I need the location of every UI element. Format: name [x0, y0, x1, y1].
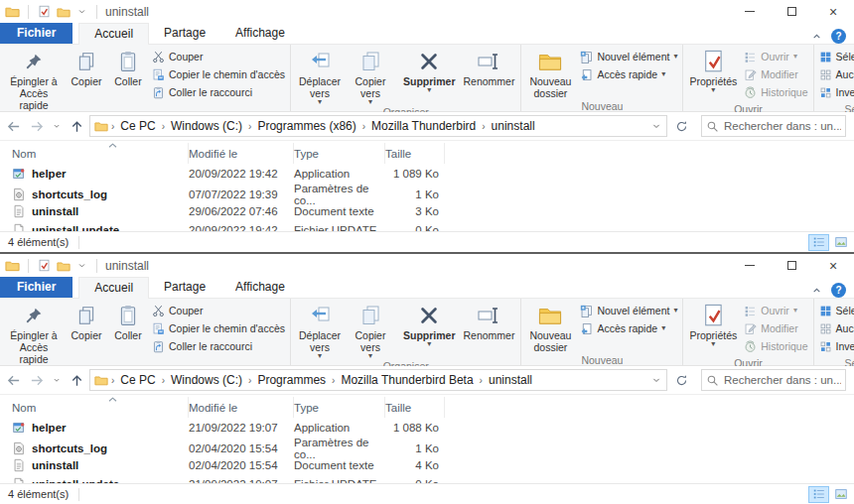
invert-selection-button[interactable]: Inverser la sélection	[819, 84, 854, 100]
tab-fichier[interactable]: Fichier	[0, 277, 72, 298]
details-view-icon[interactable]	[808, 486, 829, 503]
maximize-button[interactable]	[771, 0, 812, 23]
column-header-taille[interactable]: Taille	[385, 397, 445, 418]
invert-selection-button[interactable]: Inverser la sélection	[819, 338, 854, 354]
breadcrumb-segment[interactable]: Ce PC	[117, 119, 158, 133]
help-icon[interactable]: ?	[831, 283, 846, 298]
forward-icon[interactable]	[26, 369, 48, 391]
collapse-ribbon-icon[interactable]	[810, 30, 823, 43]
refresh-icon[interactable]	[669, 115, 693, 137]
search-input[interactable]	[724, 120, 841, 132]
file-row[interactable]: uninstall 02/04/2020 15:54 Document text…	[0, 455, 854, 474]
properties-button[interactable]: Propriétés ▾	[685, 47, 741, 93]
properties-button[interactable]: Propriétés ▾	[685, 301, 741, 347]
rename-button[interactable]: Renommer	[460, 301, 519, 341]
copy-button[interactable]: Copier	[66, 47, 107, 87]
breadcrumb-segment[interactable]: Ce PC	[117, 373, 158, 387]
edit-button[interactable]: Modifier	[744, 66, 807, 82]
tab-partage[interactable]: Partage	[149, 277, 220, 298]
delete-button[interactable]: Supprimer ▾	[399, 47, 460, 93]
copy-to-button[interactable]: Copier vers ▾	[347, 301, 394, 359]
breadcrumb-segment[interactable]: uninstall	[486, 373, 535, 387]
customize-toolbar-button[interactable]	[75, 6, 88, 17]
maximize-button[interactable]	[771, 254, 812, 277]
cut-button[interactable]: Couper	[152, 49, 285, 64]
copy-to-button[interactable]: Copier vers ▾	[347, 47, 394, 105]
breadcrumb[interactable]: › Ce PC › Windows (C:) › Programmes (x86…	[89, 115, 667, 137]
search-input[interactable]	[724, 374, 841, 386]
cut-button[interactable]: Couper	[152, 303, 285, 318]
details-view-icon[interactable]	[808, 234, 829, 251]
new-folder-quick-button[interactable]	[56, 259, 71, 273]
new-item-button[interactable]: Nouvel élément ▾	[580, 303, 677, 318]
history-button[interactable]: Historique	[744, 84, 807, 100]
file-row[interactable]: helper 21/09/2022 19:07 Application 1 08…	[0, 418, 854, 437]
breadcrumb-segment[interactable]: Programmes	[254, 373, 329, 387]
file-row[interactable]: helper 20/09/2022 19:42 Application 1 08…	[0, 164, 854, 183]
column-header-taille[interactable]: Taille	[385, 143, 445, 164]
paste-button[interactable]: Coller	[107, 301, 149, 341]
tab-affichage[interactable]: Affichage	[220, 277, 300, 298]
copy-path-button[interactable]: Copier le chemin d'accès	[152, 66, 285, 82]
breadcrumb-segment[interactable]: Programmes (x86)	[254, 119, 358, 133]
minimize-button[interactable]	[729, 254, 771, 277]
tab-accueil[interactable]: Accueil	[78, 277, 149, 299]
file-row[interactable]: shortcuts_log 07/07/2022 19:39 Paramètre…	[0, 183, 854, 201]
up-icon[interactable]	[66, 369, 87, 391]
pin-to-quick-access-button[interactable]: Épingler à Accès rapide	[2, 301, 66, 365]
file-row[interactable]: uninstall.update 21/09/2022 19:07 Fichie…	[0, 474, 854, 483]
recent-locations-icon[interactable]	[50, 115, 64, 137]
breadcrumb-segment[interactable]: Windows (C:)	[168, 373, 245, 387]
minimize-button[interactable]	[729, 0, 771, 23]
select-all-button[interactable]: Sélectionner tout	[819, 303, 854, 318]
edit-button[interactable]: Modifier	[744, 320, 807, 336]
quick-access-button[interactable]: Accès rapide ▾	[580, 320, 677, 336]
new-folder-button[interactable]: Nouveau dossier	[523, 301, 577, 353]
back-icon[interactable]	[2, 369, 24, 391]
thumbnails-view-icon[interactable]	[830, 486, 851, 503]
move-to-button[interactable]: Déplacer vers ▾	[293, 47, 347, 105]
address-dropdown-icon[interactable]	[650, 120, 662, 132]
column-header-modifie[interactable]: Modifié le	[189, 397, 294, 418]
tab-affichage[interactable]: Affichage	[220, 23, 300, 44]
select-none-button[interactable]: Aucun	[819, 66, 854, 82]
paste-button[interactable]: Coller	[107, 47, 149, 87]
paste-shortcut-button[interactable]: Coller le raccourci	[152, 338, 285, 354]
thumbnails-view-icon[interactable]	[830, 234, 851, 251]
new-item-button[interactable]: Nouvel élément ▾	[580, 49, 677, 64]
rename-button[interactable]: Renommer	[460, 47, 519, 87]
new-folder-button[interactable]: Nouveau dossier	[523, 47, 577, 99]
breadcrumb-segment[interactable]: Mozilla Thunderbird Beta	[338, 373, 476, 387]
breadcrumb-segment[interactable]: uninstall	[489, 119, 538, 133]
column-header-type[interactable]: Type	[294, 143, 385, 164]
file-row[interactable]: shortcuts_log 02/04/2020 15:54 Paramètre…	[0, 437, 854, 455]
properties-quick-button[interactable]	[37, 259, 52, 272]
copy-path-button[interactable]: Copier le chemin d'accès	[152, 320, 285, 336]
move-to-button[interactable]: Déplacer vers ▾	[293, 301, 347, 359]
delete-button[interactable]: Supprimer ▾	[399, 301, 460, 347]
column-header-modifie[interactable]: Modifié le	[189, 143, 294, 164]
column-header-nom[interactable]: Nom	[12, 397, 189, 418]
history-button[interactable]: Historique	[744, 338, 807, 354]
open-button[interactable]: Ouvrir ▾	[744, 303, 807, 318]
column-header-nom[interactable]: Nom	[12, 143, 189, 164]
column-header-type[interactable]: Type	[294, 397, 385, 418]
properties-quick-button[interactable]	[37, 5, 52, 18]
select-none-button[interactable]: Aucun	[819, 320, 854, 336]
collapse-ribbon-icon[interactable]	[810, 284, 823, 297]
breadcrumb-segment[interactable]: Windows (C:)	[168, 119, 245, 133]
up-icon[interactable]	[66, 115, 87, 137]
quick-access-button[interactable]: Accès rapide ▾	[580, 66, 677, 82]
pin-to-quick-access-button[interactable]: Épingler à Accès rapide	[2, 47, 66, 111]
file-row[interactable]: uninstall.update 20/09/2022 19:42 Fichie…	[0, 220, 854, 231]
file-row[interactable]: uninstall 29/06/2022 07:46 Document text…	[0, 201, 854, 220]
back-icon[interactable]	[2, 115, 24, 137]
recent-locations-icon[interactable]	[50, 369, 64, 391]
customize-toolbar-button[interactable]	[75, 260, 88, 271]
copy-button[interactable]: Copier	[66, 301, 107, 341]
breadcrumb[interactable]: › Ce PC › Windows (C:) › Programmes › Mo…	[89, 369, 667, 391]
tab-fichier[interactable]: Fichier	[0, 23, 72, 44]
breadcrumb-segment[interactable]: Mozilla Thunderbird	[368, 119, 479, 133]
close-button[interactable]: ×	[812, 254, 854, 277]
open-button[interactable]: Ouvrir ▾	[744, 49, 807, 64]
